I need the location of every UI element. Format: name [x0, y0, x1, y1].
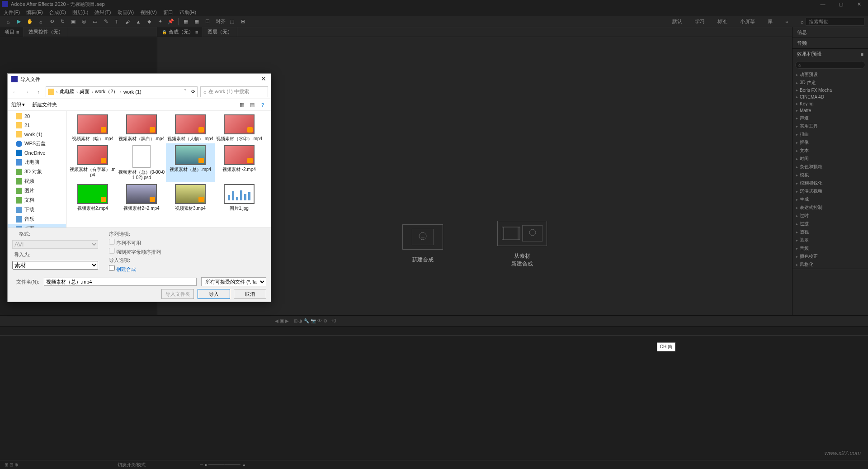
file-item[interactable]: 视频素材~2.mp4 [215, 143, 264, 182]
effect-category-item[interactable]: ▸文本 [793, 147, 868, 155]
sidebar-item[interactable]: 图片 [8, 186, 66, 195]
audio-panel-header[interactable]: 音频 [793, 38, 868, 48]
pen-tool-icon[interactable]: ✎ [101, 17, 110, 26]
tab-composition[interactable]: 🔒 合成（无） ≡ [157, 27, 203, 37]
effect-category-item[interactable]: ▸音频 [793, 244, 868, 252]
tab-layer[interactable]: 图层（无） [203, 27, 237, 37]
effect-category-item[interactable]: ▸生成 [793, 195, 868, 204]
tab-effect-controls[interactable]: 效果控件（无） [24, 27, 68, 37]
effect-category-item[interactable]: ▸风格化 [793, 261, 868, 269]
effect-category-item[interactable]: ▸实用工具 [793, 122, 868, 130]
effect-category-item[interactable]: ▸Boris FX Mocha [793, 87, 868, 94]
effect-category-item[interactable]: ▸模糊和锐化 [793, 179, 868, 187]
text-tool-icon[interactable]: T [112, 17, 121, 26]
sidebar-item[interactable]: 20 [8, 112, 66, 121]
file-item[interactable]: 视频素材2.mp4 [68, 182, 117, 213]
tab-project[interactable]: 项目 ≡ [0, 27, 24, 37]
file-item[interactable]: 视频素材（总）.mp4 [166, 143, 215, 182]
rotate-tool-icon[interactable]: ↻ [58, 17, 67, 26]
file-item[interactable]: 视频素材（暗）.mp4 [68, 113, 117, 143]
file-item[interactable]: 视频素材（有字幕）.mp4 [68, 143, 117, 182]
clone-tool-icon[interactable]: ▲ [134, 17, 143, 26]
view-icons-button[interactable]: ▦ [237, 101, 246, 109]
menu-effect[interactable]: 效果(T) [94, 9, 111, 16]
workspace-small[interactable]: 小屏幕 [740, 18, 755, 25]
menu-help[interactable]: 帮助(H) [179, 9, 196, 16]
effect-category-item[interactable]: ▸表达式控制 [793, 204, 868, 212]
snap-checkbox-icon[interactable]: ☐ [203, 17, 212, 26]
effect-category-item[interactable]: ▸抠像 [793, 138, 868, 147]
create-comp-checkbox[interactable]: 创建合成 [109, 265, 161, 273]
menu-view[interactable]: 视图(V) [140, 9, 157, 16]
grid-icon[interactable]: ▦ [192, 17, 201, 26]
import-as-select[interactable]: 素材 [12, 261, 98, 270]
sidebar-item[interactable]: 文档 [8, 195, 66, 205]
workspace-standard[interactable]: 标准 [717, 18, 727, 25]
help-icon[interactable]: ? [258, 101, 267, 109]
sidebar-item[interactable]: OneDrive [8, 148, 66, 157]
file-item[interactable]: 视频素材（人物）.mp4 [166, 113, 215, 143]
new-folder-button[interactable]: 新建文件夹 [32, 101, 57, 108]
pan-behind-tool-icon[interactable]: ◎ [80, 17, 89, 26]
effect-category-item[interactable]: ▸沉浸式视频 [793, 187, 868, 195]
sidebar-item[interactable]: 音乐 [8, 214, 66, 224]
effects-search-input[interactable]: ⌕ [795, 61, 865, 69]
effect-category-item[interactable]: ▸过渡 [793, 220, 868, 228]
effects-panel-header[interactable]: 效果和预设 ≡ [793, 49, 868, 59]
panel-menu-icon[interactable]: ≡ [861, 52, 863, 57]
file-item[interactable]: 视频素材（总）(0-00-01-02).psd [117, 143, 166, 182]
menu-window[interactable]: 窗口 [163, 9, 173, 16]
close-button[interactable]: ✕ [850, 0, 868, 8]
effect-category-item[interactable]: ▸CINEMA 4D [793, 94, 868, 100]
file-item[interactable]: 视频素材3.mp4 [166, 182, 215, 213]
effect-category-item[interactable]: ▸Keying [793, 100, 868, 107]
selection-tool-icon[interactable]: ▶ [14, 17, 24, 26]
camera-tool-icon[interactable]: ▣ [69, 17, 78, 26]
sidebar-item[interactable]: 下载 [8, 205, 66, 214]
tab-menu-icon[interactable]: ≡ [16, 29, 19, 35]
snap-edge-icon[interactable]: ⬚ [227, 17, 236, 26]
view-details-button[interactable]: ▤ [248, 101, 257, 109]
organize-button[interactable]: 组织 [11, 101, 21, 108]
timeline-controls[interactable]: ◀ ▣ ▶ ⊞ ◑ 🔧 📷 👁 ⚙ +0 [275, 318, 336, 323]
effect-category-item[interactable]: ▸声道 [793, 114, 868, 122]
sidebar-item[interactable]: 21 [8, 121, 66, 130]
effect-category-item[interactable]: ▸Matte [793, 107, 868, 114]
dialog-search-input[interactable]: ⌕ 在 work (1) 中搜索 [200, 86, 268, 97]
workspace-learn[interactable]: 学习 [695, 18, 705, 25]
orbit-tool-icon[interactable]: ⟲ [47, 17, 56, 26]
file-item[interactable]: 视频素材2~2.mp4 [117, 182, 166, 213]
menu-edit[interactable]: 编辑(E) [26, 9, 43, 16]
effect-category-item[interactable]: ▸扭曲 [793, 130, 868, 138]
puppet-tool-icon[interactable]: 📌 [166, 17, 175, 26]
effect-category-item[interactable]: ▸过时 [793, 212, 868, 220]
menu-layer[interactable]: 图层(L) [72, 9, 88, 16]
minimize-button[interactable]: — [814, 0, 832, 8]
nav-forward-icon[interactable]: → [22, 89, 31, 95]
breadcrumb[interactable]: › 此电脑 › 桌面 › work（2） › work (1) ˅ ⟳ [46, 86, 198, 97]
menu-composition[interactable]: 合成(C) [49, 9, 66, 16]
effect-category-item[interactable]: ▸模拟 [793, 171, 868, 179]
workspace-library[interactable]: 库 [768, 18, 773, 25]
tab-menu-icon[interactable]: ≡ [195, 29, 198, 35]
effect-category-item[interactable]: ▸颜色校正 [793, 252, 868, 261]
effect-category-item[interactable]: ▸透视 [793, 228, 868, 236]
maximize-button[interactable]: ▢ [832, 0, 850, 8]
status-icon[interactable]: ⊞ ⊡ ⊕ [5, 462, 18, 467]
file-item[interactable]: 视频素材（黑白）.mp4 [117, 113, 166, 143]
breadcrumb-segment[interactable]: 此电脑 [60, 88, 75, 95]
zoom-tool-icon[interactable]: ⌕ [36, 17, 45, 26]
cancel-button[interactable]: 取消 [234, 289, 266, 299]
filetype-select[interactable]: 所有可接受的文件 (*.fla;*.prpr [201, 277, 266, 286]
nav-back-icon[interactable]: ← [10, 89, 19, 95]
hand-tool-icon[interactable]: ✋ [25, 17, 34, 26]
timeline-ruler[interactable] [0, 327, 868, 336]
sidebar-item[interactable]: 桌面 [8, 224, 66, 227]
snap-grid-icon[interactable]: ⊞ [238, 17, 247, 26]
sidebar-item[interactable]: work (1) [8, 130, 66, 139]
filename-input[interactable] [44, 278, 197, 286]
file-item[interactable]: 视频素材（水印）.mp4 [215, 113, 264, 143]
dialog-close-button[interactable]: ✕ [259, 75, 268, 82]
effect-category-item[interactable]: ▸3D 声道 [793, 79, 868, 87]
menu-file[interactable]: 文件(F) [4, 9, 20, 16]
